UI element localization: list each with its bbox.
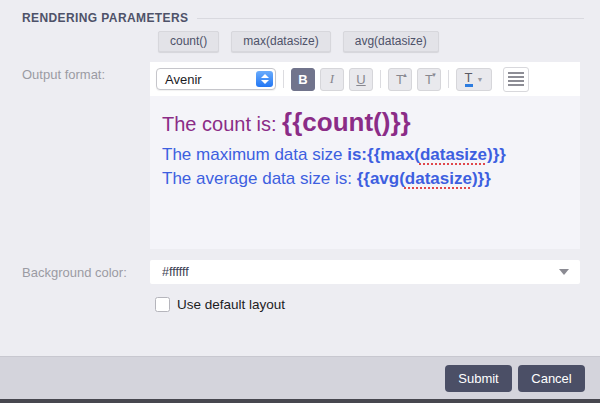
italic-button[interactable]: I — [320, 68, 344, 91]
caret-down-icon: ▼ — [431, 72, 437, 78]
avg-token-open: {{avg( — [357, 169, 405, 188]
justify-lines-icon — [508, 72, 524, 86]
editor-toolbar: Avenir B I U T ▲ T ▼ T ▼ — [150, 62, 580, 96]
avg-token-word: datasize — [405, 169, 472, 188]
background-color-combobox[interactable] — [150, 260, 580, 284]
decrease-font-size-button[interactable]: T ▼ — [417, 68, 441, 91]
editor-line-max: The maximum data size is:{{max(datasize)… — [162, 143, 568, 167]
max-token-close: )}} — [487, 145, 506, 164]
toolbar-separator — [283, 70, 284, 88]
font-family-value: Avenir — [157, 72, 202, 87]
caret-down-icon: ▼ — [477, 76, 484, 83]
text-color-glyph: T — [465, 71, 473, 87]
avg-text: The average data size is: — [162, 169, 357, 188]
token-chip-avg-datasize[interactable]: avg(datasize) — [343, 31, 439, 52]
rich-text-editor: Avenir B I U T ▲ T ▼ T ▼ — [150, 62, 580, 249]
editor-line-count: The count is: {{count()}} — [162, 107, 568, 138]
increase-font-size-button[interactable]: T ▲ — [388, 68, 412, 91]
background-color-input[interactable] — [150, 260, 559, 284]
chevron-down-icon — [261, 80, 269, 84]
use-default-layout-label: Use default layout — [177, 297, 285, 312]
token-chip-max-datasize[interactable]: max(datasize) — [231, 31, 330, 52]
window-bottom-edge — [0, 399, 600, 403]
max-token-word: datasize — [420, 145, 487, 164]
max-token-open: is:{{max( — [347, 145, 420, 164]
toolbar-separator — [380, 70, 381, 88]
section-title: RENDERING PARAMETERS — [22, 11, 188, 25]
background-color-label: Background color: — [22, 265, 127, 280]
underline-button[interactable]: U — [349, 68, 373, 91]
count-token: {{count()}} — [282, 107, 411, 137]
use-default-layout-checkbox[interactable] — [155, 297, 170, 312]
count-text: The count is: — [162, 113, 282, 135]
editor-line-avg: The average data size is: {{avg(datasize… — [162, 167, 568, 191]
output-format-label: Output format: — [22, 67, 105, 82]
cancel-button[interactable]: Cancel — [518, 365, 585, 392]
caret-up-icon: ▲ — [402, 72, 408, 78]
font-family-select[interactable]: Avenir — [156, 68, 276, 90]
default-layout-row: Use default layout — [155, 297, 285, 312]
select-stepper-icon — [256, 71, 273, 87]
toolbar-separator — [448, 70, 449, 88]
max-text: The maximum data size — [162, 145, 347, 164]
text-color-button[interactable]: T ▼ — [456, 68, 492, 91]
submit-button[interactable]: Submit — [445, 365, 512, 392]
dropdown-caret-icon[interactable] — [559, 269, 569, 275]
bold-button[interactable]: B — [291, 68, 315, 91]
header-divider — [197, 18, 584, 19]
chevron-up-icon — [261, 74, 269, 78]
token-chip-count[interactable]: count() — [158, 31, 219, 52]
editor-content-area[interactable]: The count is: {{count()}} The maximum da… — [150, 96, 580, 249]
token-chips-row: count() max(datasize) avg(datasize) — [158, 31, 439, 52]
avg-token-close: )}} — [472, 169, 491, 188]
justify-button[interactable] — [503, 67, 529, 92]
section-header: RENDERING PARAMETERS — [22, 11, 584, 25]
footer-bar: Submit Cancel — [0, 356, 600, 399]
rendering-parameters-panel: RENDERING PARAMETERS count() max(datasiz… — [0, 0, 600, 403]
